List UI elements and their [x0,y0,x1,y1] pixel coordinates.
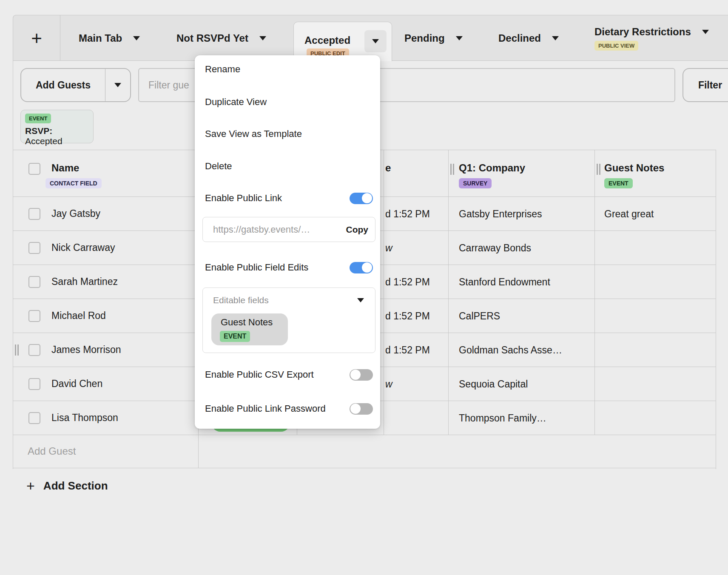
add-section-label: Add Section [43,479,108,492]
guest-notes-cell: Great great [604,208,654,220]
filter-button-label: Filter [698,80,722,91]
tab-dietary-restrictions[interactable]: Dietary Restrictions PUBLIC VIEW [594,15,709,61]
contact-field-badge: CONTACT FIELD [46,178,102,188]
public-link-url-box: https://gatsby.events/… Copy [202,217,375,242]
toggle-label: Enable Public Link Password [205,403,326,414]
plus-icon: + [31,28,42,49]
company-cell: Thompson Family… [459,413,546,424]
tab-label: Accepted [304,34,350,46]
column-border [198,435,199,468]
filter-button[interactable]: Filter [682,68,728,102]
event-badge: EVENT [220,331,250,342]
chevron-down-icon[interactable] [702,30,709,34]
select-all-checkbox[interactable] [28,163,40,175]
status-cell-fragment: d 1:52 PM [385,276,430,288]
public-field-edits-toggle[interactable] [350,262,373,273]
add-guest-label: Add Guest [28,445,76,457]
toggle-label: Enable Public CSV Export [205,369,314,380]
company-cell: Goldman Sachs Asse… [459,344,562,356]
tab-main-tab[interactable]: Main Tab [79,15,140,61]
company-cell: Carraway Bonds [459,242,531,254]
chevron-down-icon [114,83,121,87]
company-cell: Stanford Endowment [459,276,550,288]
tab-declined[interactable]: Declined [498,15,559,61]
survey-badge: SURVEY [459,178,492,188]
public-link-password-toggle[interactable] [350,403,373,415]
tab-not-rsvpd-yet[interactable]: Not RSVPd Yet [176,15,266,61]
column-header-company: Q1: Company [459,162,525,174]
menu-item-duplicate-view[interactable]: Duplicate View [205,94,267,110]
filter-chip-field: RSVP: [25,126,52,136]
status-cell-fragment: d 1:52 PM [385,344,430,356]
enable-public-csv-export-row: Enable Public CSV Export [205,368,373,381]
status-cell-fragment: d 1:52 PM [385,208,430,220]
row-checkbox[interactable] [28,208,40,220]
row-checkbox[interactable] [28,344,40,356]
add-section-button[interactable]: + Add Section [26,478,108,493]
chevron-down-icon[interactable] [456,36,463,40]
column-header-partial: e [385,162,391,174]
guest-name: Jay Gatsby [51,208,100,219]
tab-label: Pending [404,32,445,44]
company-cell: CalPERS [459,310,500,322]
editable-field-chip[interactable]: Guest Notes EVENT [211,313,288,345]
chevron-down-icon[interactable] [133,36,140,40]
rsvp-filter-chip[interactable]: EVENT RSVP: Accepted [20,110,94,143]
view-options-menu: Rename Duplicate View Save View as Templ… [195,55,380,429]
row-checkbox[interactable] [28,378,40,390]
column-header-guest-notes: Guest Notes [604,162,664,174]
drag-handle-icon[interactable] [450,164,454,175]
menu-item-save-view-as-template[interactable]: Save View as Template [205,126,302,142]
view-tab-bar: + Main Tab Not RSVPd Yet Accepted PUBLIC… [13,15,728,61]
public-csv-export-toggle[interactable] [350,369,373,381]
toggle-label: Enable Public Field Edits [205,262,308,273]
company-cell: Gatsby Enterprises [459,208,542,220]
editable-field-name: Guest Notes [221,317,273,328]
company-cell: Sequoia Capital [459,379,528,390]
guest-name: Sarah Martinez [51,276,118,288]
row-checkbox[interactable] [28,242,40,254]
status-cell-fragment: w [385,242,392,254]
editable-fields-label: Editable fields [213,295,269,305]
guest-name: David Chen [51,378,102,390]
add-guests-dropdown[interactable] [105,69,130,101]
panel-left-border [13,61,13,150]
status-cell-fragment: w [385,379,392,390]
menu-item-rename[interactable]: Rename [205,62,240,77]
column-header-name: Name [51,162,79,174]
add-guests-button[interactable]: Add Guests [20,68,131,102]
tab-pending[interactable]: Pending [404,15,463,61]
row-checkbox[interactable] [28,276,40,288]
add-view-tab-button[interactable]: + [13,15,60,61]
guest-name: Nick Carraway [51,242,115,253]
add-guests-label: Add Guests [21,69,105,101]
enable-public-link-password-row: Enable Public Link Password [205,402,373,415]
chevron-down-icon[interactable] [552,36,559,40]
enable-public-field-edits-row: Enable Public Field Edits [205,261,373,274]
chevron-down-icon [372,39,379,43]
status-cell-fragment: d 1:52 PM [385,310,430,322]
row-drag-handle-icon[interactable] [15,344,19,356]
filter-chip-value: Accepted [25,136,63,146]
public-view-badge: PUBLIC VIEW [594,41,638,51]
tab-menu-button[interactable] [364,30,387,52]
menu-item-delete[interactable]: Delete [205,159,232,174]
tab-label: Not RSVPd Yet [176,32,248,44]
guest-list-app: + Main Tab Not RSVPd Yet Accepted PUBLIC… [0,0,728,575]
tab-label: Declined [498,32,541,44]
enable-public-link-row: Enable Public Link [205,192,373,205]
event-badge: EVENT [25,114,51,123]
public-link-url: https://gatsby.events/… [203,224,344,235]
chevron-down-icon[interactable] [259,36,266,40]
event-badge: EVENT [604,178,633,188]
plus-icon: + [26,478,35,493]
row-checkbox[interactable] [28,412,40,424]
add-guest-row[interactable]: Add Guest [13,435,716,468]
row-checkbox[interactable] [28,310,40,322]
public-link-toggle[interactable] [350,193,373,204]
chevron-down-icon[interactable] [357,298,364,302]
guest-name: James Morrison [51,344,121,356]
copy-link-button[interactable]: Copy [344,225,375,235]
drag-handle-icon[interactable] [597,164,600,175]
editable-fields-select[interactable]: Editable fields Guest Notes EVENT [202,288,375,353]
